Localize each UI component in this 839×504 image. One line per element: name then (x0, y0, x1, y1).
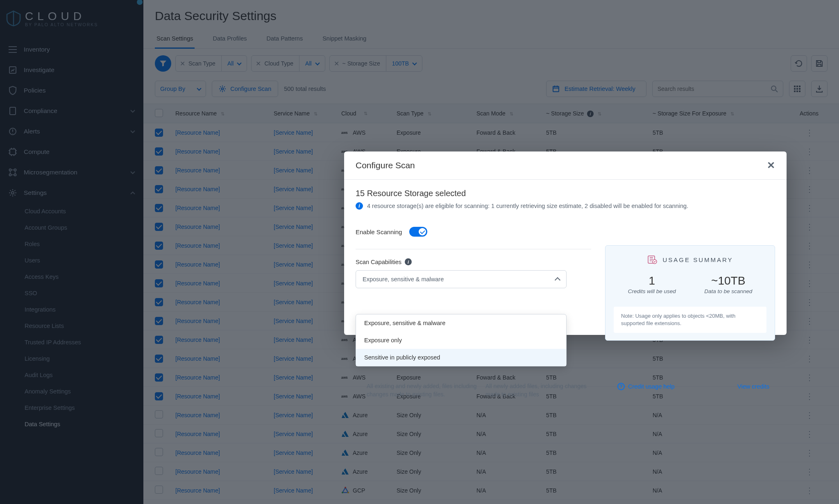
chevron-up-icon (555, 277, 560, 283)
select-value: Exposure, sensitive & malware (363, 276, 444, 283)
enable-label: Enable Scanning (356, 228, 402, 235)
usage-title: USAGE SUMMARY (614, 255, 766, 264)
clipboard-check-icon (647, 255, 658, 264)
configure-scan-modal: Configure Scan ✕ 15 Resource Storage sel… (344, 151, 787, 335)
usage-note: Note: Usage only applies to objects <20M… (614, 307, 766, 333)
view-credits-link[interactable]: View credits (737, 383, 769, 390)
capabilities-select[interactable]: Exposure, sensitive & malware (356, 270, 567, 288)
credit-usage-help-link[interactable]: ?Credit usage help (617, 383, 675, 390)
desc-forward-only: All newly added files, including changes… (485, 382, 596, 399)
desc-forward-back: All existing and newly added, files incl… (367, 382, 477, 399)
modal-header: Configure Scan ✕ (344, 151, 787, 180)
option-sensitive-publicly-exposed[interactable]: Sensitive in publicly exposed (356, 349, 566, 366)
selection-title: 15 Resource Storage selected (356, 189, 775, 198)
enable-scanning-row: Enable Scanning (356, 227, 775, 237)
data-label: Data to be scanned (690, 288, 767, 294)
info-text: 4 resource storage(s) are eligible for s… (367, 203, 688, 209)
option-exposure-only[interactable]: Exposure only (356, 332, 566, 349)
modal-body: 15 Resource Storage selected i 4 resourc… (344, 180, 787, 299)
divider (356, 249, 591, 249)
credits-label: Credits will be used (614, 288, 690, 294)
usage-links: ?Credit usage help View credits (605, 383, 775, 390)
usage-stats: 1 Credits will be used ~10TB Data to be … (614, 274, 766, 294)
capabilities-dropdown-menu: Exposure, sensitive & malware Exposure o… (356, 314, 567, 366)
data-value: ~10TB (690, 274, 767, 287)
mode-description: All existing and newly added, files incl… (367, 382, 596, 399)
info-icon[interactable]: i (405, 258, 412, 265)
enable-scanning-toggle[interactable] (409, 227, 427, 237)
info-line: i 4 resource storage(s) are eligible for… (356, 202, 775, 210)
info-icon: i (356, 202, 363, 210)
close-button[interactable]: ✕ (767, 160, 775, 171)
usage-summary-box: USAGE SUMMARY 1 Credits will be used ~10… (605, 245, 775, 341)
help-icon: ? (617, 383, 625, 390)
modal-title: Configure Scan (356, 160, 415, 170)
credits-value: 1 (614, 274, 690, 287)
option-exposure-sensitive-malware[interactable]: Exposure, sensitive & malware (356, 314, 566, 332)
